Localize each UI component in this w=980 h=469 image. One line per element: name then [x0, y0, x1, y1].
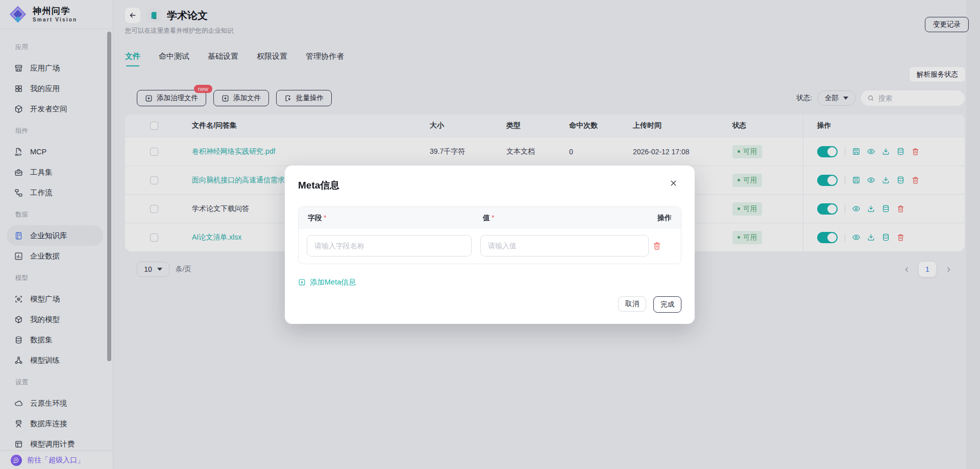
field-value-input[interactable] — [480, 235, 649, 256]
delete-row-trash-icon[interactable] — [652, 241, 662, 250]
add-meta-info-link[interactable]: 添加Meta信息 — [298, 277, 356, 287]
meta-table: 字段* 值* 操作 — [298, 206, 681, 264]
close-icon[interactable] — [669, 179, 679, 189]
value-column-header: 值 — [483, 214, 490, 222]
required-mark: * — [492, 214, 494, 222]
ops-column-header: 操作 — [649, 214, 672, 223]
confirm-button[interactable]: 完成 — [653, 296, 681, 313]
required-mark: * — [324, 214, 326, 222]
plus-square-icon — [298, 278, 306, 286]
meta-row — [299, 229, 681, 264]
cancel-button[interactable]: 取消 — [618, 296, 646, 312]
modal-title: Meta信息 — [298, 179, 681, 192]
meta-table-header: 字段* 值* 操作 — [299, 207, 681, 229]
meta-info-modal: Meta信息 字段* 值* 操作 添加Meta信息 取消 完成 — [285, 166, 695, 324]
field-name-input[interactable] — [307, 235, 472, 256]
field-column-header: 字段 — [308, 214, 322, 222]
